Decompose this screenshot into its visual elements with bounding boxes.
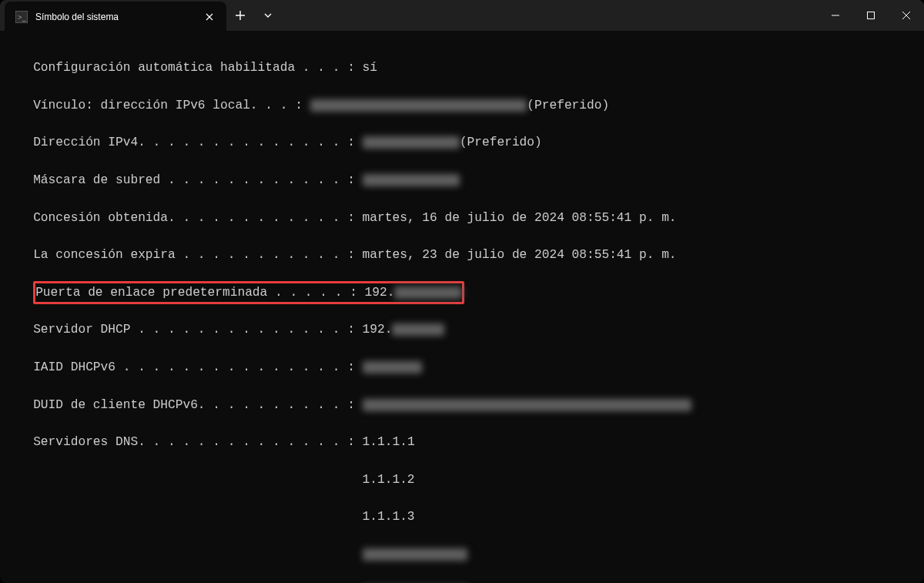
value: (Preferido) xyxy=(527,96,609,115)
label: La concesión expira . . . . . . . . . . … xyxy=(33,246,355,264)
label: Concesión obtenida. . . . . . . . . . . … xyxy=(33,209,355,227)
ipv6-blur: fe80::0000:0000:0000:0000:000 xyxy=(310,99,527,112)
label: Configuración automática habilitada . . … xyxy=(33,59,355,77)
value: (Preferido) xyxy=(460,133,542,152)
dns-extra-blur: 000.00.000.000 xyxy=(363,548,467,561)
label: DUID de cliente DHCPv6. . . . . . . . . … xyxy=(33,396,355,414)
close-button[interactable] xyxy=(889,0,924,31)
ipv4-blur: 192.168.0.100 xyxy=(363,136,460,149)
label: IAID DHCPv6 . . . . . . . . . . . . . . … xyxy=(33,358,355,377)
value: 192. xyxy=(363,320,393,339)
value: 1.1.1.3 xyxy=(363,508,415,526)
iaid-blur: 00000000 xyxy=(363,361,423,374)
label: Dirección IPv4. . . . . . . . . . . . . … xyxy=(33,133,355,152)
label: Vínculo: dirección IPv6 local. . . : xyxy=(33,96,303,115)
svg-text:>_: >_ xyxy=(18,13,27,22)
tab-close-icon[interactable] xyxy=(203,11,216,23)
title-bar: >_ Símbolo del sistema xyxy=(0,0,924,31)
subnet-blur: 255.255.255.0 xyxy=(363,174,460,186)
value: 1.1.1.2 xyxy=(363,471,415,489)
tab-active[interactable]: >_ Símbolo del sistema xyxy=(5,2,226,32)
label: Máscara de subred . . . . . . . . . . . … xyxy=(33,171,355,189)
label: Servidores DNS. . . . . . . . . . . . . … xyxy=(33,433,355,451)
new-tab-button[interactable] xyxy=(226,0,254,31)
label: Puerta de enlace predeterminada . . . . … xyxy=(35,283,357,302)
value: 1.1.1.1 xyxy=(363,433,415,451)
cmd-icon: >_ xyxy=(15,11,28,23)
window-controls xyxy=(818,0,924,31)
tab-dropdown-button[interactable] xyxy=(254,0,282,31)
value: 192. xyxy=(365,283,395,302)
window: >_ Símbolo del sistema xyxy=(0,0,924,583)
duid-blur: 00-01-00-01-00-00-00-00-00-00-00-00-00-0… xyxy=(363,399,691,411)
maximize-button[interactable] xyxy=(853,0,889,31)
value: martes, 23 de julio de 2024 08:55:41 p. … xyxy=(363,246,677,264)
titlebar-drag-area[interactable] xyxy=(282,0,818,31)
value: martes, 16 de julio de 2024 08:55:41 p. … xyxy=(363,209,677,227)
tab-title: Símbolo del sistema xyxy=(35,12,196,22)
gateway-blur: 168.0.1 xyxy=(394,286,461,299)
gateway-highlight: Puerta de enlace predeterminada . . . . … xyxy=(33,281,464,304)
tab-strip: >_ Símbolo del sistema xyxy=(0,0,226,31)
label: Servidor DHCP . . . . . . . . . . . . . … xyxy=(33,320,355,339)
dhcp-blur: 168.0.1 xyxy=(392,323,444,336)
value: sí xyxy=(363,59,377,77)
terminal-output[interactable]: Configuración automática habilitada . . … xyxy=(0,31,924,583)
svg-rect-2 xyxy=(868,12,875,19)
minimize-button[interactable] xyxy=(818,0,853,31)
